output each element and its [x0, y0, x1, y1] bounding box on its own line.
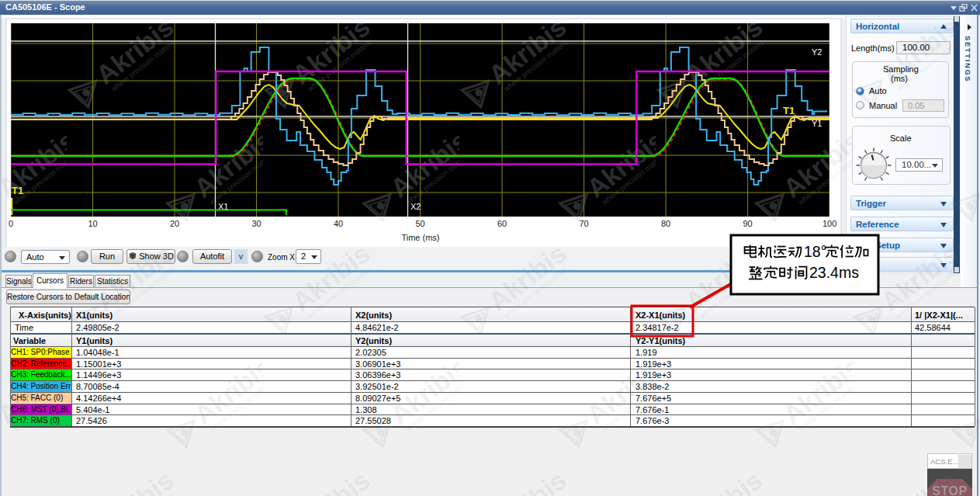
svg-text:70: 70 — [579, 219, 588, 228]
svg-text:90: 90 — [743, 219, 752, 228]
svg-text:T1: T1 — [783, 105, 795, 116]
svg-text:Y2: Y2 — [812, 47, 822, 57]
svg-text:80: 80 — [661, 219, 670, 228]
svg-text:20: 20 — [170, 219, 179, 228]
svg-text:STOP: STOP — [932, 484, 967, 496]
svg-text:Time (ms): Time (ms) — [401, 233, 439, 242]
svg-text:Y1: Y1 — [812, 119, 822, 128]
svg-text:40: 40 — [334, 219, 343, 228]
svg-text:10: 10 — [88, 219, 97, 228]
svg-text:30: 30 — [251, 219, 261, 228]
svg-text:T1: T1 — [12, 185, 23, 196]
svg-text:X2: X2 — [410, 202, 421, 211]
svg-text:50: 50 — [415, 219, 424, 228]
svg-text:60: 60 — [497, 219, 507, 228]
svg-text:100: 100 — [822, 219, 836, 228]
svg-text:0: 0 — [9, 219, 13, 228]
